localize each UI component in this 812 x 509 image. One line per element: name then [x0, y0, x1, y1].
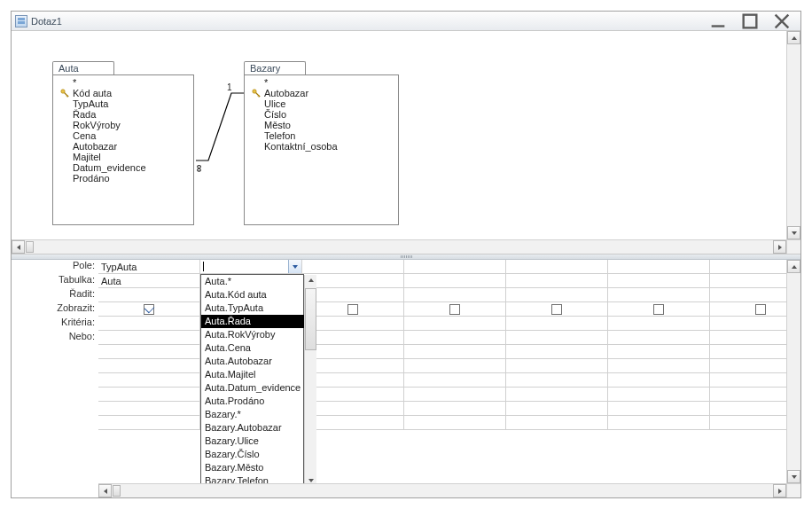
scroll-down-icon[interactable]: [787, 226, 800, 239]
table-star[interactable]: *: [248, 77, 394, 88]
dropdown-item[interactable]: Auta.Datum_evidence: [201, 381, 304, 395]
scroll-up-icon[interactable]: [787, 260, 800, 273]
dropdown-item[interactable]: Auta.Autobazar: [201, 355, 304, 368]
grid-cell[interactable]: [506, 288, 608, 302]
dropdown-item[interactable]: Bazary.Autobazar: [201, 421, 304, 435]
field-label[interactable]: Autobazar: [57, 141, 190, 152]
grid-cell[interactable]: [608, 345, 710, 359]
grid-cell[interactable]: [98, 388, 200, 402]
scroll-right-icon[interactable]: [773, 240, 786, 254]
grid-cell[interactable]: [710, 345, 786, 359]
scroll-left-icon[interactable]: [12, 240, 25, 254]
table-key-field[interactable]: Autobazar: [248, 88, 394, 98]
dropdown-item[interactable]: Auta.RokVýroby: [201, 328, 304, 341]
dropdown-item[interactable]: Bazary.*: [201, 408, 304, 421]
field-label[interactable]: RokVýroby: [57, 120, 190, 130]
grid-cell[interactable]: [710, 288, 786, 302]
grid-cell[interactable]: [506, 345, 608, 359]
grid-cell[interactable]: [710, 302, 786, 317]
grid-cell[interactable]: [404, 416, 506, 430]
grid-cell[interactable]: [404, 359, 506, 373]
scroll-thumb[interactable]: [26, 241, 34, 253]
field-label[interactable]: Kontaktní_osoba: [248, 141, 394, 152]
grid-cell[interactable]: [506, 416, 608, 430]
grid-cell[interactable]: [302, 402, 404, 416]
close-button[interactable]: [772, 15, 792, 27]
grid-cell[interactable]: [302, 331, 404, 345]
combo-dropdown-button[interactable]: [288, 260, 301, 273]
field-label[interactable]: Řada: [57, 109, 190, 120]
grid-cell[interactable]: [710, 402, 786, 416]
grid-cell[interactable]: [302, 373, 404, 388]
show-checkbox[interactable]: [449, 304, 460, 315]
dropdown-item[interactable]: Bazary.Město: [201, 461, 304, 474]
minimize-button[interactable]: [708, 15, 728, 27]
grid-cell[interactable]: [302, 345, 404, 359]
grid-cell[interactable]: [98, 288, 200, 302]
table-box-bazary[interactable]: Bazary * Autobazar Ulice Číslo Město Tel…: [244, 61, 399, 225]
scroll-down-icon[interactable]: [308, 475, 315, 483]
grid-cell[interactable]: [302, 302, 404, 317]
grid-cell[interactable]: [506, 331, 608, 345]
field-label[interactable]: Majitel: [57, 152, 190, 162]
grid-cell[interactable]: [98, 416, 200, 430]
field-label[interactable]: Ulice: [248, 98, 394, 109]
grid-cell[interactable]: [98, 331, 200, 345]
grid-cell[interactable]: [98, 302, 200, 317]
show-checkbox[interactable]: [347, 304, 358, 315]
field-label[interactable]: Cena: [57, 130, 190, 141]
dropdown-item[interactable]: Auta.TypAuta: [201, 301, 304, 315]
upper-vertical-scrollbar[interactable]: [786, 31, 800, 239]
grid-cell[interactable]: [710, 373, 786, 388]
table-diagram-pane[interactable]: Auta * Kód auta TypAuta Řada RokVýroby C…: [12, 31, 800, 254]
scroll-left-icon[interactable]: [98, 484, 112, 497]
grid-cell[interactable]: [404, 317, 506, 331]
grid-cell[interactable]: [302, 388, 404, 402]
grid-cell[interactable]: [608, 288, 710, 302]
upper-horizontal-scrollbar[interactable]: [12, 239, 786, 254]
grid-cell[interactable]: [506, 302, 608, 317]
grid-cell[interactable]: [302, 317, 404, 331]
table-title-bazary[interactable]: Bazary: [244, 61, 306, 74]
dropdown-item[interactable]: Bazary.Číslo: [201, 448, 304, 461]
dropdown-item[interactable]: Bazary.Telefon: [201, 474, 304, 483]
grid-cell[interactable]: [302, 359, 404, 373]
grid-cell[interactable]: [608, 359, 710, 373]
grid-cell[interactable]: [98, 317, 200, 331]
scroll-thumb[interactable]: [113, 485, 121, 497]
grid-cell[interactable]: [710, 260, 786, 274]
dropdown-item[interactable]: Auta.Cena: [201, 341, 304, 355]
grid-cell[interactable]: [200, 260, 302, 274]
dropdown-item[interactable]: Auta.Majitel: [201, 368, 304, 381]
table-box-auta[interactable]: Auta * Kód auta TypAuta Řada RokVýroby C…: [52, 61, 194, 225]
field-label[interactable]: TypAuta: [57, 98, 190, 109]
grid-cell[interactable]: [98, 402, 200, 416]
grid-cell[interactable]: [506, 402, 608, 416]
grid-cell[interactable]: [404, 302, 506, 317]
field-label[interactable]: Telefon: [248, 130, 394, 141]
grid-cell[interactable]: [98, 359, 200, 373]
grid-cell[interactable]: [506, 388, 608, 402]
grid-cell[interactable]: [710, 274, 786, 288]
field-label[interactable]: Prodáno: [57, 173, 190, 184]
table-title-auta[interactable]: Auta: [52, 61, 114, 74]
grid-cell[interactable]: [506, 359, 608, 373]
show-checkbox[interactable]: [653, 304, 664, 315]
dropdown-item[interactable]: Auta.*: [201, 275, 304, 288]
grid-cell[interactable]: [302, 288, 404, 302]
grid-cell[interactable]: [404, 388, 506, 402]
grid-cell[interactable]: [710, 331, 786, 345]
grid-cell[interactable]: [608, 302, 710, 317]
grid-cell[interactable]: [506, 373, 608, 388]
field-label[interactable]: Město: [248, 120, 394, 130]
grid-cell[interactable]: [608, 388, 710, 402]
dropdown-item[interactable]: Bazary.Ulice: [201, 435, 304, 448]
grid-cell[interactable]: [98, 345, 200, 359]
scroll-up-icon[interactable]: [787, 31, 800, 44]
grid-cell[interactable]: TypAuta: [98, 260, 200, 274]
field-label[interactable]: Číslo: [248, 109, 394, 120]
grid-cell[interactable]: [302, 260, 404, 274]
table-star[interactable]: *: [57, 77, 190, 88]
grid-cell[interactable]: Auta: [98, 274, 200, 288]
grid-cell[interactable]: [404, 345, 506, 359]
